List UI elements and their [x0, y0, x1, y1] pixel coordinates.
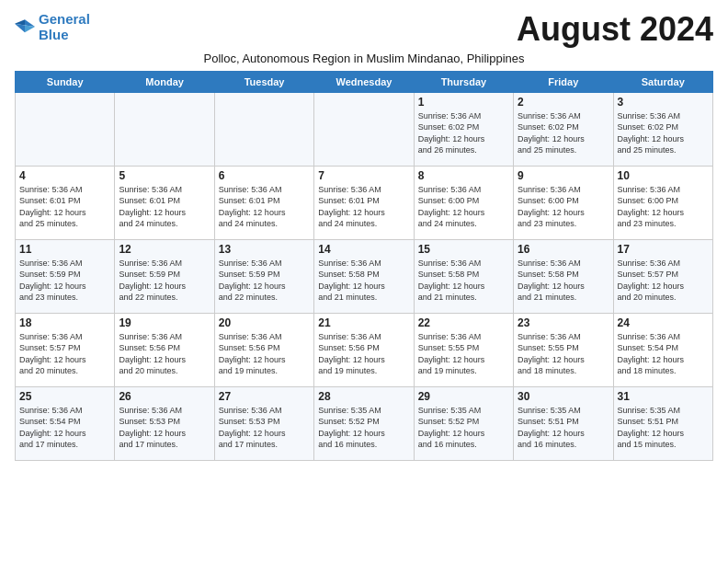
day-info: Sunrise: 5:36 AM Sunset: 5:53 PM Dayligh…	[119, 405, 210, 451]
logo: General Blue	[15, 11, 90, 43]
header: General Blue August 2024	[15, 11, 713, 48]
day-info: Sunrise: 5:36 AM Sunset: 5:58 PM Dayligh…	[318, 258, 409, 304]
calendar-body: 1Sunrise: 5:36 AM Sunset: 6:02 PM Daylig…	[16, 92, 713, 460]
day-cell: 15Sunrise: 5:36 AM Sunset: 5:58 PM Dayli…	[414, 239, 513, 313]
day-info: Sunrise: 5:35 AM Sunset: 5:52 PM Dayligh…	[318, 405, 409, 451]
day-cell: 18Sunrise: 5:36 AM Sunset: 5:57 PM Dayli…	[16, 313, 115, 386]
day-cell: 11Sunrise: 5:36 AM Sunset: 5:59 PM Dayli…	[16, 239, 115, 313]
day-info: Sunrise: 5:36 AM Sunset: 5:55 PM Dayligh…	[418, 331, 509, 377]
day-info: Sunrise: 5:36 AM Sunset: 6:00 PM Dayligh…	[618, 184, 709, 230]
day-info: Sunrise: 5:36 AM Sunset: 6:02 PM Dayligh…	[518, 110, 609, 156]
day-number: 14	[318, 243, 409, 256]
month-title: August 2024	[517, 11, 713, 48]
header-cell-friday: Friday	[514, 71, 613, 92]
day-number: 19	[119, 316, 210, 329]
day-cell: 12Sunrise: 5:36 AM Sunset: 5:59 PM Dayli…	[115, 239, 214, 313]
day-info: Sunrise: 5:36 AM Sunset: 6:02 PM Dayligh…	[618, 110, 709, 156]
day-number: 8	[418, 169, 509, 182]
day-cell: 30Sunrise: 5:35 AM Sunset: 5:51 PM Dayli…	[514, 386, 613, 460]
day-info: Sunrise: 5:36 AM Sunset: 6:00 PM Dayligh…	[418, 184, 509, 230]
day-cell: 27Sunrise: 5:36 AM Sunset: 5:53 PM Dayli…	[214, 386, 313, 460]
day-info: Sunrise: 5:36 AM Sunset: 5:56 PM Dayligh…	[219, 331, 310, 377]
header-cell-thursday: Thursday	[414, 71, 513, 92]
day-info: Sunrise: 5:36 AM Sunset: 5:57 PM Dayligh…	[618, 258, 709, 304]
week-row-2: 4Sunrise: 5:36 AM Sunset: 6:01 PM Daylig…	[16, 166, 713, 239]
day-number: 17	[618, 243, 709, 256]
day-cell: 17Sunrise: 5:36 AM Sunset: 5:57 PM Dayli…	[613, 239, 712, 313]
day-info: Sunrise: 5:36 AM Sunset: 5:53 PM Dayligh…	[219, 405, 310, 451]
day-cell	[314, 92, 414, 166]
day-info: Sunrise: 5:36 AM Sunset: 5:59 PM Dayligh…	[219, 258, 310, 304]
day-cell: 22Sunrise: 5:36 AM Sunset: 5:55 PM Dayli…	[414, 313, 513, 386]
day-info: Sunrise: 5:36 AM Sunset: 5:58 PM Dayligh…	[418, 258, 509, 304]
day-number: 13	[219, 243, 310, 256]
day-number: 15	[418, 243, 509, 256]
day-info: Sunrise: 5:36 AM Sunset: 6:01 PM Dayligh…	[318, 184, 409, 230]
day-cell: 31Sunrise: 5:35 AM Sunset: 5:51 PM Dayli…	[613, 386, 712, 460]
day-cell: 1Sunrise: 5:36 AM Sunset: 6:02 PM Daylig…	[414, 92, 513, 166]
day-cell: 24Sunrise: 5:36 AM Sunset: 5:54 PM Dayli…	[613, 313, 712, 386]
day-number: 6	[219, 169, 310, 182]
day-cell: 13Sunrise: 5:36 AM Sunset: 5:59 PM Dayli…	[214, 239, 313, 313]
header-cell-wednesday: Wednesday	[314, 71, 414, 92]
day-number: 9	[518, 169, 609, 182]
day-info: Sunrise: 5:36 AM Sunset: 6:01 PM Dayligh…	[219, 184, 310, 230]
day-number: 2	[518, 96, 609, 109]
day-cell: 28Sunrise: 5:35 AM Sunset: 5:52 PM Dayli…	[314, 386, 414, 460]
day-number: 7	[318, 169, 409, 182]
day-number: 28	[318, 390, 409, 403]
header-cell-monday: Monday	[115, 71, 214, 92]
calendar-header: SundayMondayTuesdayWednesdayThursdayFrid…	[16, 71, 713, 92]
day-cell: 9Sunrise: 5:36 AM Sunset: 6:00 PM Daylig…	[514, 166, 613, 239]
day-number: 5	[119, 169, 210, 182]
day-info: Sunrise: 5:36 AM Sunset: 5:57 PM Dayligh…	[19, 331, 110, 377]
day-cell: 3Sunrise: 5:36 AM Sunset: 6:02 PM Daylig…	[613, 92, 712, 166]
day-info: Sunrise: 5:36 AM Sunset: 6:01 PM Dayligh…	[19, 184, 110, 230]
day-cell: 16Sunrise: 5:36 AM Sunset: 5:58 PM Dayli…	[514, 239, 613, 313]
page: General Blue August 2024 Polloc, Autonom…	[0, 0, 728, 468]
day-info: Sunrise: 5:36 AM Sunset: 5:54 PM Dayligh…	[618, 331, 709, 377]
day-cell: 29Sunrise: 5:35 AM Sunset: 5:52 PM Dayli…	[414, 386, 513, 460]
day-number: 23	[518, 316, 609, 329]
week-row-4: 18Sunrise: 5:36 AM Sunset: 5:57 PM Dayli…	[16, 313, 713, 386]
week-row-1: 1Sunrise: 5:36 AM Sunset: 6:02 PM Daylig…	[16, 92, 713, 166]
day-cell: 20Sunrise: 5:36 AM Sunset: 5:56 PM Dayli…	[214, 313, 313, 386]
day-info: Sunrise: 5:36 AM Sunset: 5:59 PM Dayligh…	[19, 258, 110, 304]
day-number: 26	[119, 390, 210, 403]
day-number: 18	[19, 316, 110, 329]
day-info: Sunrise: 5:36 AM Sunset: 6:01 PM Dayligh…	[119, 184, 210, 230]
day-number: 1	[418, 96, 509, 109]
day-number: 21	[318, 316, 409, 329]
day-cell	[214, 92, 313, 166]
day-info: Sunrise: 5:36 AM Sunset: 5:58 PM Dayligh…	[518, 258, 609, 304]
day-info: Sunrise: 5:35 AM Sunset: 5:52 PM Dayligh…	[418, 405, 509, 451]
day-info: Sunrise: 5:36 AM Sunset: 6:02 PM Dayligh…	[418, 110, 509, 156]
day-cell: 6Sunrise: 5:36 AM Sunset: 6:01 PM Daylig…	[214, 166, 313, 239]
header-cell-saturday: Saturday	[613, 71, 712, 92]
svg-marker-3	[15, 24, 25, 32]
day-number: 24	[618, 316, 709, 329]
day-cell: 14Sunrise: 5:36 AM Sunset: 5:58 PM Dayli…	[314, 239, 414, 313]
logo-text: General Blue	[39, 11, 90, 43]
day-cell: 5Sunrise: 5:36 AM Sunset: 6:01 PM Daylig…	[115, 166, 214, 239]
logo-line1: General	[39, 11, 90, 27]
day-number: 4	[19, 169, 110, 182]
day-cell: 19Sunrise: 5:36 AM Sunset: 5:56 PM Dayli…	[115, 313, 214, 386]
day-info: Sunrise: 5:35 AM Sunset: 5:51 PM Dayligh…	[518, 405, 609, 451]
day-number: 20	[219, 316, 310, 329]
day-number: 3	[618, 96, 709, 109]
day-cell	[115, 92, 214, 166]
day-number: 11	[19, 243, 110, 256]
header-cell-sunday: Sunday	[16, 71, 115, 92]
day-cell: 23Sunrise: 5:36 AM Sunset: 5:55 PM Dayli…	[514, 313, 613, 386]
day-number: 12	[119, 243, 210, 256]
week-row-5: 25Sunrise: 5:36 AM Sunset: 5:54 PM Dayli…	[16, 386, 713, 460]
day-cell: 4Sunrise: 5:36 AM Sunset: 6:01 PM Daylig…	[16, 166, 115, 239]
header-row: SundayMondayTuesdayWednesdayThursdayFrid…	[16, 71, 713, 92]
day-cell: 7Sunrise: 5:36 AM Sunset: 6:01 PM Daylig…	[314, 166, 414, 239]
day-number: 30	[518, 390, 609, 403]
day-number: 25	[19, 390, 110, 403]
logo-icon	[15, 17, 35, 37]
day-cell: 25Sunrise: 5:36 AM Sunset: 5:54 PM Dayli…	[16, 386, 115, 460]
logo-line2: Blue	[39, 27, 69, 42]
